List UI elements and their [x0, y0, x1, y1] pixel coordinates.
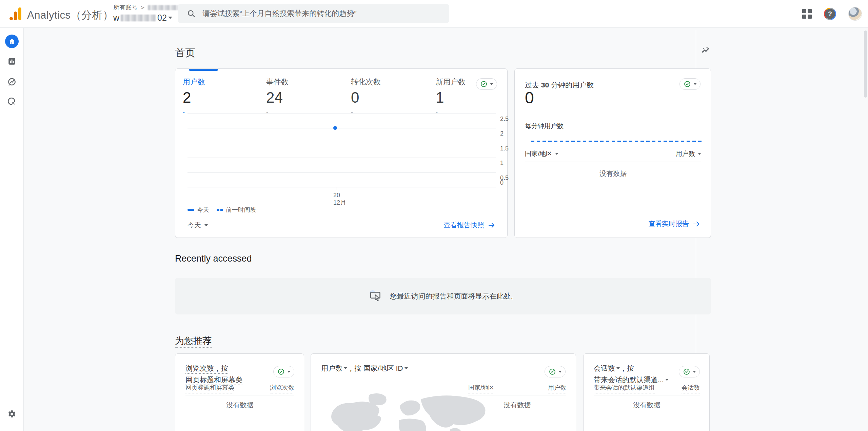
card-title: 会话数 ，按 带来会话的默认渠道... — [594, 363, 669, 386]
legend-dashed-line-swatch — [217, 209, 223, 211]
insights-sparkline-icon — [701, 45, 711, 56]
view-report-snapshot-link[interactable]: 查看报告快照 — [443, 221, 496, 230]
chevron-down-icon — [204, 224, 208, 226]
table-dimension-header: 网页标题和屏幕类 — [185, 384, 234, 393]
realtime-users-card: 过去 30 分钟的用户数 0 每分钟用户数 国家/地区 用户数 没有数据 查看实… — [514, 68, 711, 238]
empty-state-text: 没有数据 — [468, 401, 566, 410]
page-title: 首页 — [175, 46, 195, 60]
advertising-cursor-icon — [7, 97, 17, 106]
table-divider — [468, 395, 566, 395]
explore-icon — [7, 77, 17, 87]
table-metric-header: 用户数 — [548, 384, 566, 393]
data-quality-dropdown[interactable] — [273, 366, 294, 377]
left-nav-sidebar — [0, 28, 24, 431]
overview-metrics-card: 用户数 2 - 事件数 24 - 转化次数 0 - 新用户数 1 - — [175, 68, 508, 238]
search-icon — [187, 9, 196, 18]
apps-grid-icon[interactable] — [802, 9, 812, 19]
table-dimension-header: 带来会话的默认渠道组 — [594, 384, 655, 393]
analytics-logo-icon — [9, 6, 23, 22]
data-point-today[interactable] — [333, 126, 337, 130]
search-input[interactable]: 请尝试搜索“上个月自然搜索带来的转化的趋势” — [178, 4, 449, 23]
legend-today-label: 今天 — [197, 206, 209, 214]
chevron-down-icon[interactable] — [344, 367, 347, 369]
help-icon[interactable]: ? — [824, 8, 836, 20]
chevron-down-icon[interactable] — [665, 379, 669, 381]
scrollbar-thumb[interactable] — [864, 30, 867, 98]
empty-state-text: 没有数据 — [515, 169, 711, 178]
data-quality-dropdown[interactable] — [679, 78, 701, 90]
chart-legend: 今天 前一时间段 — [188, 206, 256, 214]
recommended-heading: 为您推荐 — [175, 335, 212, 347]
page-scrollbar[interactable] — [863, 28, 868, 431]
screen-cursor-icon — [368, 288, 384, 304]
gridline — [188, 158, 496, 158]
sidebar-item-reports[interactable] — [4, 54, 19, 69]
search-placeholder: 请尝试搜索“上个月自然搜索带来的转化的趋势” — [202, 8, 357, 19]
gridline — [188, 114, 496, 114]
date-range-dropdown[interactable]: 今天 — [188, 221, 208, 230]
table-dimension-header: 国家/地区 — [468, 384, 494, 393]
check-circle-icon — [480, 80, 488, 88]
table-metric-header: 会话数 — [682, 384, 700, 393]
recommended-card-sessions-by-channel: 会话数 ，按 带来会话的默认渠道... 带来会话的默认渠道组 会话数 没有数据 — [583, 353, 710, 431]
account-switcher[interactable]: 所有账号 ＞ w 02 — [113, 3, 188, 23]
insights-button[interactable] — [699, 43, 713, 57]
arrow-right-icon — [488, 221, 496, 229]
metric-tab-users[interactable]: 用户数 2 - — [183, 77, 205, 116]
recently-accessed-heading: Recently accessed — [175, 253, 252, 264]
recently-accessed-empty-panel: 您最近访问的报告和页面将显示在此处。 — [175, 278, 711, 314]
data-quality-dropdown[interactable] — [679, 366, 700, 377]
realtime-user-count: 0 — [525, 88, 534, 107]
recommended-card-users-by-country: 用户数 ，按 国家/地区 ID — [311, 353, 576, 431]
breadcrumb-separator: ＞ — [140, 3, 146, 12]
x-tick-label: 20 12月 — [333, 191, 346, 206]
bar-chart-icon — [7, 57, 16, 66]
realtime-metric-dropdown[interactable]: 用户数 — [676, 149, 701, 158]
recently-accessed-message: 您最近访问的报告和页面将显示在此处。 — [390, 291, 518, 301]
users-line-chart: 2.5 2 1.5 1 0.5 0 20 12月 — [188, 113, 496, 188]
header-divider — [108, 5, 108, 23]
sidebar-item-advertising[interactable] — [4, 94, 19, 109]
sidebar-item-home[interactable] — [4, 34, 19, 49]
table-divider — [594, 395, 700, 395]
table-divider — [525, 162, 701, 162]
check-circle-icon — [684, 80, 691, 88]
data-quality-dropdown[interactable] — [476, 78, 497, 90]
user-avatar[interactable] — [848, 7, 862, 21]
chevron-down-icon — [555, 153, 558, 155]
sidebar-item-explore[interactable] — [4, 75, 19, 89]
realtime-title: 过去 30 分钟的用户数 — [525, 80, 594, 90]
check-circle-icon — [277, 368, 285, 375]
home-icon — [5, 35, 19, 48]
recommended-card-views-by-page: 浏览次数，按 网页标题和屏幕类 网页标题和屏幕类 浏览次数 没有数据 — [175, 353, 304, 431]
metric-tab-new-users[interactable]: 新用户数 1 - — [436, 77, 466, 116]
chevron-down-icon — [693, 371, 696, 373]
gridline — [188, 143, 496, 143]
empty-state-text: 没有数据 — [594, 401, 700, 410]
data-quality-dropdown[interactable] — [545, 366, 566, 377]
chevron-down-icon — [698, 153, 701, 155]
card-title: 浏览次数，按 网页标题和屏幕类 — [185, 363, 242, 386]
per-minute-zero-bars — [531, 141, 703, 142]
metric-tab-events[interactable]: 事件数 24 - — [266, 77, 289, 116]
chevron-down-icon — [287, 371, 291, 373]
metric-tab-conversions[interactable]: 转化次数 0 - — [351, 77, 381, 116]
table-metric-header: 浏览次数 — [270, 384, 294, 393]
property-name-suffix: 02 — [157, 13, 167, 23]
gridline — [188, 128, 496, 128]
chevron-down-icon[interactable] — [616, 367, 620, 369]
x-axis-line — [188, 187, 496, 187]
realtime-dimension-dropdown[interactable]: 国家/地区 — [525, 149, 558, 158]
settings-gear-icon — [7, 410, 16, 418]
chevron-down-icon — [490, 83, 493, 85]
active-tab-indicator — [189, 69, 218, 71]
check-circle-icon — [683, 368, 690, 375]
chevron-down-icon[interactable] — [405, 367, 408, 369]
table-divider — [185, 395, 294, 395]
top-header: Analytics（分析） 所有账号 ＞ w 02 请尝试搜索“上个月自然搜索带… — [0, 0, 868, 28]
chevron-down-icon — [558, 371, 562, 373]
legend-previous-label: 前一时间段 — [226, 206, 256, 214]
sidebar-item-admin[interactable] — [4, 407, 19, 422]
chevron-down-icon — [168, 17, 172, 19]
view-realtime-report-link[interactable]: 查看实时报告 — [648, 219, 701, 228]
